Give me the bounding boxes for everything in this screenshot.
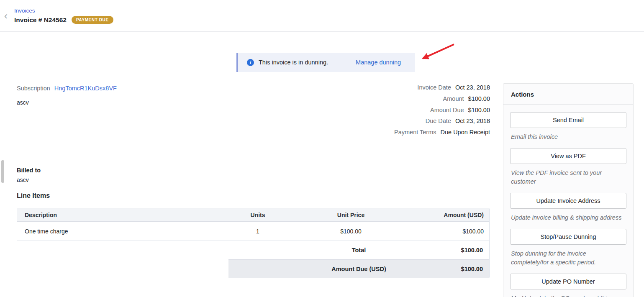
column-header-description: Description <box>17 212 228 218</box>
dunning-banner: i This invoice is in dunning. Manage dun… <box>236 53 415 72</box>
subscription-label: Subscription <box>17 85 50 92</box>
billed-to-name: ascv <box>17 177 29 183</box>
cell-unit-price: $100.00 <box>287 228 415 235</box>
line-items-heading: Line Items <box>17 192 50 200</box>
page-header: ‹ Invoices Invoice # N24562 PAYMENT DUE <box>0 0 644 32</box>
detail-row: Amount $100.00 <box>394 95 490 107</box>
subscription-id-link[interactable]: HngTomcR1KuDsx8VF <box>54 85 117 92</box>
breadcrumb-wrap: Invoices Invoice # N24562 PAYMENT DUE <box>14 8 113 24</box>
page-title: Invoice # N24562 <box>14 16 67 24</box>
update-po-number-button[interactable]: Update PO Number <box>510 274 626 289</box>
summary-total-label: Total <box>352 247 366 253</box>
title-row: Invoice # N24562 PAYMENT DUE <box>14 16 113 24</box>
actions-panel: Actions Send Email Email this invoice Vi… <box>503 83 634 297</box>
table-header-row: Description Units Unit Price Amount (USD… <box>17 208 489 222</box>
send-email-caption: Email this invoice <box>511 133 626 141</box>
table-row: One time charge 1 $100.00 $100.00 <box>17 222 489 241</box>
invoice-details: Invoice Date Oct 23, 2018 Amount $100.00… <box>394 84 490 140</box>
stop-pause-dunning-caption: Stop dunning for the invoice completely/… <box>511 249 626 267</box>
detail-label: Payment Terms <box>394 129 436 136</box>
invoice-detail-page: ‹ Invoices Invoice # N24562 PAYMENT DUE … <box>0 0 644 297</box>
detail-value: Oct 23, 2018 <box>455 84 490 91</box>
status-badge: PAYMENT DUE <box>72 16 113 24</box>
summary-spacer <box>17 241 228 278</box>
table-summary: Total $100.00 Amount Due (USD) $100.00 <box>17 241 489 278</box>
update-invoice-address-caption: Update invoice billing & shipping addres… <box>511 213 626 222</box>
stop-pause-dunning-button[interactable]: Stop/Pause Dunning <box>510 229 626 245</box>
column-header-units: Units <box>228 212 287 218</box>
detail-label: Amount Due <box>430 107 464 113</box>
detail-row: Invoice Date Oct 23, 2018 <box>394 84 490 95</box>
actions-heading: Actions <box>503 84 633 105</box>
cell-description: One time charge <box>17 228 228 235</box>
column-header-amount: Amount (USD) <box>415 212 490 218</box>
detail-label: Invoice Date <box>417 84 451 91</box>
view-as-pdf-caption: View the PDF invoice sent to your custom… <box>511 169 626 186</box>
column-header-unit-price: Unit Price <box>287 212 415 218</box>
manage-dunning-link[interactable]: Manage dunning <box>356 59 401 66</box>
cell-units: 1 <box>228 228 287 235</box>
detail-value: $100.00 <box>468 107 490 113</box>
info-icon: i <box>247 59 254 66</box>
breadcrumb-invoices-link[interactable]: Invoices <box>14 8 113 14</box>
summary-row-amount-due: Amount Due (USD) $100.00 <box>228 259 489 278</box>
summary-block: Total $100.00 Amount Due (USD) $100.00 <box>228 241 489 278</box>
scrollbar-thumb[interactable] <box>1 160 4 183</box>
cell-amount: $100.00 <box>415 228 490 235</box>
summary-amount-due-value: $100.00 <box>461 266 483 272</box>
detail-value: $100.00 <box>468 95 490 102</box>
send-email-button[interactable]: Send Email <box>510 112 626 128</box>
subscription-name: ascv <box>17 99 29 106</box>
line-items-table: Description Units Unit Price Amount (USD… <box>17 208 490 278</box>
update-invoice-address-button[interactable]: Update Invoice Address <box>510 193 626 209</box>
summary-row-total: Total $100.00 <box>228 241 489 259</box>
back-icon[interactable]: ‹ <box>4 11 8 21</box>
detail-value: Oct 23, 2018 <box>455 118 490 124</box>
dunning-message: This invoice is in dunning. <box>259 59 328 66</box>
subscription-line: Subscription HngTomcR1KuDsx8VF <box>17 85 117 92</box>
detail-row: Payment Terms Due Upon Receipt <box>394 129 490 140</box>
detail-label: Due Date <box>426 118 451 124</box>
detail-row: Amount Due $100.00 <box>394 107 490 118</box>
actions-body: Send Email Email this invoice View as PD… <box>503 105 633 297</box>
detail-row: Due Date Oct 23, 2018 <box>394 118 490 129</box>
update-po-number-caption: Modify/update the PO number of this <box>511 294 626 297</box>
summary-total-value: $100.00 <box>461 247 483 253</box>
billed-to-heading: Billed to <box>17 167 41 174</box>
detail-label: Amount <box>443 95 464 102</box>
detail-value: Due Upon Receipt <box>441 129 490 136</box>
summary-amount-due-label: Amount Due (USD) <box>331 266 386 272</box>
view-as-pdf-button[interactable]: View as PDF <box>510 148 626 164</box>
